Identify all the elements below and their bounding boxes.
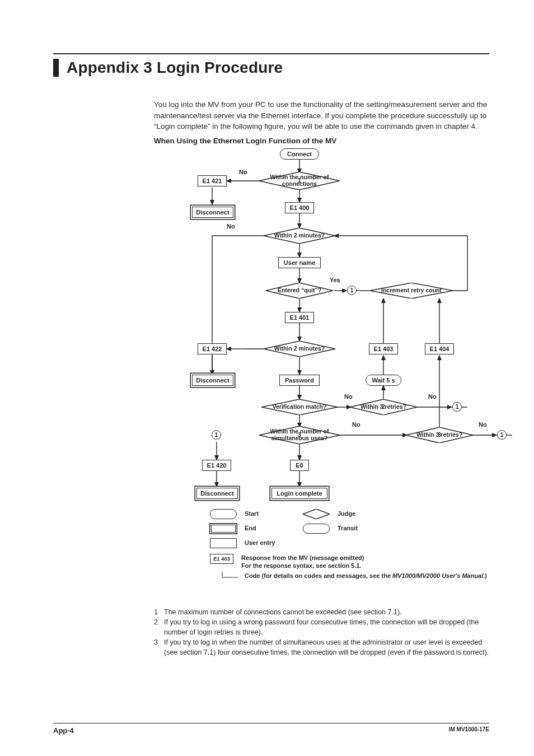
node-disconnect-1: Disconnect (192, 207, 233, 218)
node-e1-404: E1 404 (425, 343, 454, 354)
node-e1-400: E1 400 (285, 202, 314, 213)
node-e1-421: E1 421 (198, 175, 227, 186)
connector-1: 1 (212, 430, 221, 440)
node-login-complete: Login complete (271, 488, 327, 499)
node-disconnect-2: Disconnect (192, 375, 233, 386)
node-within-simultaneous: Within the number of simultaneous uses?3 (259, 426, 340, 444)
label-no: No (227, 223, 235, 230)
intro-paragraph: You log into the MV from your PC to use … (154, 99, 489, 132)
legend: Start Judge End Transit User entry E1 40… (210, 509, 512, 584)
node-e0: E0 (290, 460, 309, 471)
connector-1: 1 (452, 402, 462, 412)
node-within-3-retries-b: Within 3 retries?3 (406, 427, 473, 443)
page-footer: App-4 IM MV1000-17E (53, 723, 489, 735)
subheading: When Using the Ethernet Login Function o… (154, 137, 489, 145)
label-no: No (479, 421, 487, 428)
page-number: App-4 (53, 726, 74, 735)
node-wait-5s: Wait 5 s (366, 375, 401, 386)
svg-marker-39 (303, 509, 330, 519)
node-username: User name (278, 257, 321, 268)
label-no: No (352, 421, 360, 428)
node-disconnect-3: Disconnect (196, 488, 238, 499)
connector-1: 1 (347, 286, 357, 295)
node-connect: Connect (280, 148, 319, 160)
flowchart: Connect Within the number of connections… (154, 148, 512, 602)
label-no: No (239, 169, 247, 175)
node-e1-422: E1 422 (198, 343, 227, 354)
connector-1: 1 (497, 430, 507, 440)
node-within-connections: Within the number of connections1 (259, 172, 340, 190)
node-verification-match: Verification match? (261, 399, 338, 415)
node-entered-quit: Entered “quit”? (266, 283, 333, 298)
node-within-2min-a: Within 2 minutes? (264, 228, 335, 244)
node-increment-retry: Increment retry count (370, 283, 453, 298)
node-password: Password (279, 375, 320, 386)
node-e1-403: E1 403 (369, 343, 398, 354)
page-title: Appendix 3 Login Procedure (67, 59, 283, 77)
node-e1-420: E1 420 (202, 460, 231, 471)
node-e1-401: E1 401 (285, 312, 314, 323)
node-within-3-retries-a: Within 3 retries?2 (350, 399, 417, 415)
label-no: No (428, 393, 437, 400)
doc-id: IM MV1000-17E (449, 726, 489, 735)
node-within-2min-b: Within 2 minutes? (264, 341, 335, 357)
footnotes: 1The maximum number of connections canno… (154, 608, 489, 658)
